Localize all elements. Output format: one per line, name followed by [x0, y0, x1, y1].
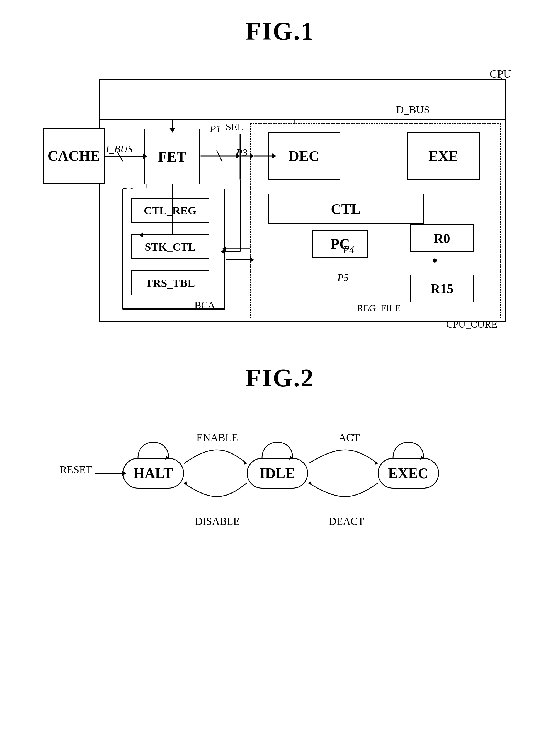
page: FIG.1 CPU D_BUS FET SEL P1 P6 P2 P3	[0, 0, 560, 745]
halt-state: HALT	[123, 458, 184, 489]
svg-marker-24	[143, 154, 147, 159]
svg-marker-34	[309, 481, 312, 485]
act-label: ACT	[339, 431, 360, 444]
idle-state: IDLE	[247, 458, 308, 489]
enable-label: ENABLE	[197, 431, 238, 444]
disable-label: DISABLE	[195, 515, 240, 527]
fig2-title: FIG.2	[0, 363, 560, 392]
exec-label: EXEC	[388, 465, 428, 482]
diagram1: CPU D_BUS FET SEL P1 P6 P2 P3	[43, 57, 517, 336]
idle-label: IDLE	[259, 465, 295, 482]
svg-marker-33	[375, 461, 378, 465]
svg-marker-31	[184, 481, 187, 485]
halt-label: HALT	[133, 465, 173, 482]
fig1-title: FIG.1	[0, 0, 560, 45]
state-diagram: RESET HALT ENABLE IDLE DISABLE ACT EXEC …	[43, 415, 517, 560]
svg-marker-30	[244, 461, 247, 465]
reset-label: RESET	[60, 463, 92, 476]
exec-state: EXEC	[378, 458, 439, 489]
outer-arrows	[43, 57, 517, 336]
fig2-section: FIG.2 RESET HALT ENABLE IDLE DISABLE ACT…	[0, 363, 560, 560]
deact-label: DEACT	[329, 515, 364, 527]
